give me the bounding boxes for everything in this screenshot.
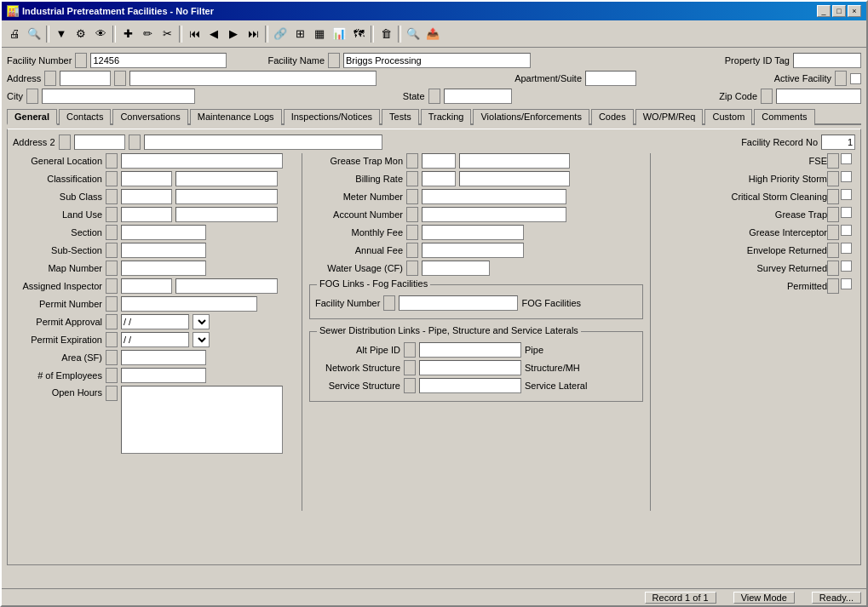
tab-comments[interactable]: Comments: [754, 109, 814, 125]
fse-checkbox[interactable]: [841, 153, 852, 164]
address2-input1[interactable]: [74, 135, 125, 150]
permitted-label: Permitted: [658, 281, 827, 291]
network-structure-input[interactable]: [419, 360, 521, 375]
billing-rate-input1[interactable]: [422, 171, 456, 186]
facility-record-no-input[interactable]: [821, 135, 855, 150]
fse-row: FSE: [658, 153, 855, 169]
grease-trap-checkbox[interactable]: [841, 207, 852, 218]
area-sf-input[interactable]: [121, 350, 206, 365]
meter-number-input[interactable]: [422, 189, 566, 204]
land-use-input1[interactable]: [121, 207, 172, 222]
state-input[interactable]: [444, 89, 512, 104]
minimize-button[interactable]: _: [817, 5, 831, 17]
nav-prev-button[interactable]: ◀: [204, 25, 223, 43]
sr-prefix: [827, 261, 839, 276]
active-facility-checkbox[interactable]: [850, 73, 861, 84]
nav-last-button[interactable]: ⏭: [244, 25, 262, 43]
fse-prefix: [827, 153, 839, 169]
general-location-input[interactable]: [121, 153, 283, 169]
apartment-suite-input[interactable]: [585, 71, 636, 86]
envelope-returned-checkbox[interactable]: [841, 243, 852, 254]
delete-button[interactable]: 🗑: [377, 25, 395, 43]
annual-fee-input[interactable]: [422, 243, 524, 258]
grease-interceptor-checkbox[interactable]: [841, 225, 852, 236]
num-employees-input[interactable]: [121, 368, 206, 383]
critical-storm-cleaning-checkbox[interactable]: [841, 189, 852, 200]
layers-button[interactable]: ▦: [310, 25, 329, 43]
address-input2[interactable]: [129, 71, 377, 86]
permit-number-input[interactable]: [121, 296, 257, 312]
monthly-fee-row: Monthly Fee: [309, 225, 643, 240]
sub-section-input[interactable]: [121, 243, 206, 258]
meter-number-row: Meter Number: [309, 189, 643, 204]
tab-contacts[interactable]: Contacts: [59, 109, 111, 125]
tab-tracking[interactable]: Tracking: [421, 109, 472, 125]
permit-approval-input[interactable]: [121, 314, 189, 329]
export-button[interactable]: 📤: [423, 25, 442, 43]
edit-button[interactable]: ✏: [138, 25, 157, 43]
link-button[interactable]: 🔗: [271, 25, 290, 43]
property-id-tag-input[interactable]: [793, 53, 861, 68]
survey-returned-checkbox[interactable]: [841, 261, 852, 272]
tab-inspections[interactable]: Inspections/Notices: [284, 109, 380, 125]
nav-first-button[interactable]: ⏮: [185, 25, 204, 43]
hps-prefix: [827, 171, 839, 186]
tab-tests[interactable]: Tests: [382, 109, 419, 125]
tab-wo[interactable]: WO/PM/Req: [635, 109, 704, 125]
map-button[interactable]: 🗺: [349, 25, 368, 43]
alt-pipe-id-input[interactable]: [419, 342, 521, 358]
water-usage-input[interactable]: [422, 261, 490, 276]
assigned-inspector-input1[interactable]: [121, 278, 172, 294]
add-button[interactable]: ✚: [118, 25, 137, 43]
account-number-input[interactable]: [422, 207, 566, 222]
fog-facility-number-input[interactable]: [399, 295, 518, 311]
permit-expiration-select[interactable]: [193, 332, 210, 347]
grease-trap-mon-input2[interactable]: [459, 153, 570, 169]
print-button[interactable]: 🖨: [5, 25, 24, 43]
filter-button[interactable]: ▼: [52, 25, 71, 43]
tab-maintenance[interactable]: Maintenance Logs: [190, 109, 282, 125]
city-input[interactable]: [42, 89, 195, 104]
preview-button[interactable]: 🔍: [25, 25, 43, 43]
section-input[interactable]: [121, 225, 206, 240]
tab-violations[interactable]: Violations/Enforcements: [473, 109, 589, 125]
assigned-inspector-input2[interactable]: [175, 278, 278, 294]
grid-button[interactable]: ⊞: [290, 25, 309, 43]
zip-input[interactable]: [776, 89, 861, 104]
cut-button[interactable]: ✂: [158, 25, 176, 43]
ss-prefix: [404, 378, 416, 393]
permit-approval-select[interactable]: [193, 314, 210, 329]
grease-trap-mon-input1[interactable]: [422, 153, 456, 169]
map-number-input[interactable]: [121, 261, 206, 276]
classification-input2[interactable]: [175, 171, 278, 186]
nav-next-button[interactable]: ▶: [224, 25, 243, 43]
permitted-checkbox[interactable]: [841, 278, 852, 289]
close-button[interactable]: ×: [848, 5, 861, 17]
address-input1[interactable]: [60, 71, 111, 86]
open-hours-textarea[interactable]: [121, 386, 283, 454]
view-button[interactable]: 👁: [91, 25, 110, 43]
tab-general[interactable]: General: [7, 109, 57, 125]
hps-checkbox-group: [827, 171, 852, 186]
tab-custom[interactable]: Custom: [704, 109, 752, 125]
tab-conversations[interactable]: Conversations: [112, 109, 187, 125]
service-structure-input[interactable]: [419, 378, 521, 393]
search-button[interactable]: 🔍: [404, 25, 423, 43]
gt-prefix: [827, 207, 839, 222]
permit-expiration-input[interactable]: [121, 332, 189, 347]
tab-codes[interactable]: Codes: [591, 109, 634, 125]
billing-rate-input2[interactable]: [459, 171, 570, 186]
facility-number-input[interactable]: [90, 53, 227, 68]
monthly-fee-input[interactable]: [422, 225, 524, 240]
address2-input2[interactable]: [144, 135, 382, 150]
classification-input1[interactable]: [121, 171, 172, 186]
sub-class-input2[interactable]: [175, 189, 278, 204]
high-priority-storm-checkbox[interactable]: [841, 171, 852, 182]
maximize-button[interactable]: □: [832, 5, 846, 17]
sub-class-input1[interactable]: [121, 189, 172, 204]
fog-facility-number-label: Facility Number: [315, 298, 380, 308]
settings-button[interactable]: ⚙: [72, 25, 90, 43]
chart-button[interactable]: 📊: [330, 25, 348, 43]
facility-name-input[interactable]: [343, 53, 531, 68]
land-use-input2[interactable]: [175, 207, 278, 222]
